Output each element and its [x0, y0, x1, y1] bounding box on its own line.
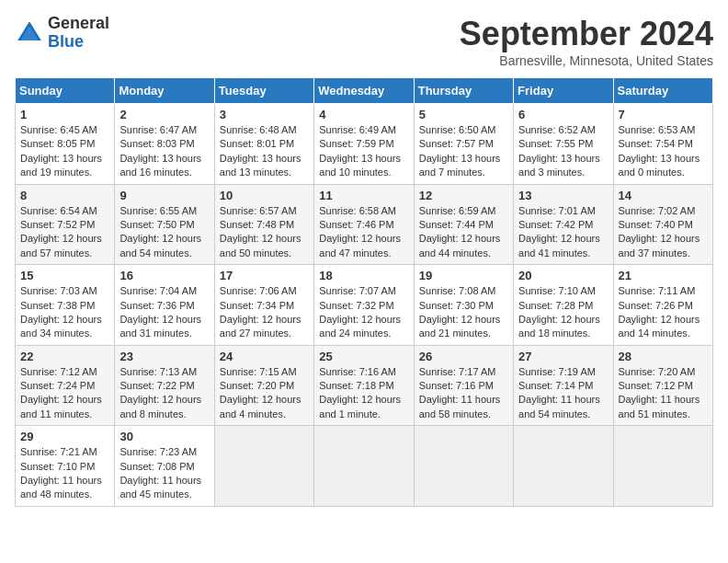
day-info: Sunrise: 6:54 AMSunset: 7:52 PMDaylight:…: [20, 204, 109, 261]
day-info: Sunrise: 7:13 AMSunset: 7:22 PMDaylight:…: [119, 365, 209, 422]
month-title: September 2024: [460, 15, 713, 53]
day-info: Sunrise: 6:48 AMSunset: 8:01 PMDaylight:…: [220, 123, 309, 180]
day-info: Sunrise: 6:59 AMSunset: 7:44 PMDaylight:…: [419, 204, 508, 261]
calendar-cell: 4Sunrise: 6:49 AMSunset: 7:59 PMDaylight…: [314, 104, 414, 185]
calendar-cell: 20Sunrise: 7:10 AMSunset: 7:28 PMDayligh…: [514, 265, 613, 346]
day-info: Sunrise: 7:04 AMSunset: 7:36 PMDaylight:…: [119, 284, 209, 341]
calendar-cell: 10Sunrise: 6:57 AMSunset: 7:48 PMDayligh…: [214, 184, 313, 265]
calendar-cell: 24Sunrise: 7:15 AMSunset: 7:20 PMDayligh…: [214, 345, 313, 426]
location: Barnesville, Minnesota, United States: [460, 53, 713, 68]
day-number: 26: [419, 350, 508, 363]
day-number: 7: [619, 108, 708, 121]
day-number: 2: [119, 108, 209, 121]
day-number: 18: [319, 269, 408, 282]
day-number: 30: [119, 430, 209, 443]
day-info: Sunrise: 7:10 AMSunset: 7:28 PMDaylight:…: [518, 284, 608, 341]
day-number: 5: [419, 108, 508, 121]
calendar-cell: 27Sunrise: 7:19 AMSunset: 7:14 PMDayligh…: [514, 345, 613, 426]
calendar-cell: 5Sunrise: 6:50 AMSunset: 7:57 PMDaylight…: [414, 104, 513, 185]
calendar-cell: 9Sunrise: 6:55 AMSunset: 7:50 PMDaylight…: [115, 184, 214, 265]
day-info: Sunrise: 6:47 AMSunset: 8:03 PMDaylight:…: [119, 123, 209, 180]
day-info: Sunrise: 7:15 AMSunset: 7:20 PMDaylight:…: [220, 365, 309, 422]
day-number: 24: [220, 350, 309, 363]
calendar-cell: 28Sunrise: 7:20 AMSunset: 7:12 PMDayligh…: [613, 345, 712, 426]
calendar-cell: 12Sunrise: 6:59 AMSunset: 7:44 PMDayligh…: [414, 184, 513, 265]
calendar-cell: 26Sunrise: 7:17 AMSunset: 7:16 PMDayligh…: [414, 345, 513, 426]
calendar-cell: 14Sunrise: 7:02 AMSunset: 7:40 PMDayligh…: [613, 184, 712, 265]
day-number: 10: [220, 189, 309, 202]
calendar-cell: 13Sunrise: 7:01 AMSunset: 7:42 PMDayligh…: [514, 184, 613, 265]
day-number: 16: [119, 269, 209, 282]
day-info: Sunrise: 7:11 AMSunset: 7:26 PMDaylight:…: [619, 284, 708, 341]
calendar-cell: 29Sunrise: 7:21 AMSunset: 7:10 PMDayligh…: [16, 426, 115, 507]
day-number: 14: [619, 189, 708, 202]
calendar-cell: 22Sunrise: 7:12 AMSunset: 7:24 PMDayligh…: [16, 345, 115, 426]
day-number: 12: [419, 189, 508, 202]
weekday-header-saturday: Saturday: [613, 78, 712, 104]
calendar-week-row: 1Sunrise: 6:45 AMSunset: 8:05 PMDaylight…: [16, 104, 713, 185]
weekday-header-friday: Friday: [514, 78, 613, 104]
day-number: 11: [319, 189, 408, 202]
calendar-week-row: 29Sunrise: 7:21 AMSunset: 7:10 PMDayligh…: [16, 426, 713, 507]
day-info: Sunrise: 6:50 AMSunset: 7:57 PMDaylight:…: [419, 123, 508, 180]
calendar-cell: 18Sunrise: 7:07 AMSunset: 7:32 PMDayligh…: [314, 265, 414, 346]
day-number: 13: [518, 189, 608, 202]
calendar-cell: 7Sunrise: 6:53 AMSunset: 7:54 PMDaylight…: [613, 104, 712, 185]
calendar-cell: 15Sunrise: 7:03 AMSunset: 7:38 PMDayligh…: [16, 265, 115, 346]
calendar-cell: 21Sunrise: 7:11 AMSunset: 7:26 PMDayligh…: [613, 265, 712, 346]
day-number: 6: [518, 108, 608, 121]
day-number: 23: [119, 350, 209, 363]
day-info: Sunrise: 7:08 AMSunset: 7:30 PMDaylight:…: [419, 284, 508, 341]
day-info: Sunrise: 7:20 AMSunset: 7:12 PMDaylight:…: [619, 365, 708, 422]
day-info: Sunrise: 7:19 AMSunset: 7:14 PMDaylight:…: [518, 365, 608, 422]
calendar-cell: 11Sunrise: 6:58 AMSunset: 7:46 PMDayligh…: [314, 184, 414, 265]
weekday-header-sunday: Sunday: [16, 78, 115, 104]
day-info: Sunrise: 7:06 AMSunset: 7:34 PMDaylight:…: [220, 284, 309, 341]
calendar-cell: 2Sunrise: 6:47 AMSunset: 8:03 PMDaylight…: [115, 104, 214, 185]
day-number: 17: [220, 269, 309, 282]
day-info: Sunrise: 7:21 AMSunset: 7:10 PMDaylight:…: [20, 445, 109, 502]
weekday-header-tuesday: Tuesday: [214, 78, 313, 104]
calendar-cell: 30Sunrise: 7:23 AMSunset: 7:08 PMDayligh…: [115, 426, 214, 507]
calendar-table: SundayMondayTuesdayWednesdayThursdayFrid…: [15, 77, 713, 507]
calendar-cell: [214, 426, 313, 507]
calendar-cell: 6Sunrise: 6:52 AMSunset: 7:55 PMDaylight…: [514, 104, 613, 185]
weekday-header-monday: Monday: [115, 78, 214, 104]
day-number: 22: [20, 350, 109, 363]
day-info: Sunrise: 7:17 AMSunset: 7:16 PMDaylight:…: [419, 365, 508, 422]
logo: General Blue: [15, 15, 109, 52]
calendar-cell: [613, 426, 712, 507]
calendar-week-row: 8Sunrise: 6:54 AMSunset: 7:52 PMDaylight…: [16, 184, 713, 265]
day-number: 19: [419, 269, 508, 282]
calendar-cell: 25Sunrise: 7:16 AMSunset: 7:18 PMDayligh…: [314, 345, 414, 426]
day-number: 3: [220, 108, 309, 121]
day-number: 29: [20, 430, 109, 443]
day-info: Sunrise: 6:53 AMSunset: 7:54 PMDaylight:…: [619, 123, 708, 180]
day-number: 8: [20, 189, 109, 202]
logo-blue: Blue: [48, 32, 84, 51]
title-area: September 2024 Barnesville, Minnesota, U…: [460, 15, 713, 68]
calendar-cell: 17Sunrise: 7:06 AMSunset: 7:34 PMDayligh…: [214, 265, 313, 346]
weekday-header-wednesday: Wednesday: [314, 78, 414, 104]
day-info: Sunrise: 7:12 AMSunset: 7:24 PMDaylight:…: [20, 365, 109, 422]
day-info: Sunrise: 6:45 AMSunset: 8:05 PMDaylight:…: [20, 123, 109, 180]
calendar-cell: [514, 426, 613, 507]
day-info: Sunrise: 7:16 AMSunset: 7:18 PMDaylight:…: [319, 365, 408, 422]
day-info: Sunrise: 7:03 AMSunset: 7:38 PMDaylight:…: [20, 284, 109, 341]
logo-icon: [15, 18, 44, 48]
weekday-header-thursday: Thursday: [414, 78, 513, 104]
day-number: 1: [20, 108, 109, 121]
calendar-cell: 16Sunrise: 7:04 AMSunset: 7:36 PMDayligh…: [115, 265, 214, 346]
day-info: Sunrise: 6:55 AMSunset: 7:50 PMDaylight:…: [119, 204, 209, 261]
calendar-cell: 23Sunrise: 7:13 AMSunset: 7:22 PMDayligh…: [115, 345, 214, 426]
weekday-header-row: SundayMondayTuesdayWednesdayThursdayFrid…: [16, 78, 713, 104]
day-info: Sunrise: 7:01 AMSunset: 7:42 PMDaylight:…: [518, 204, 608, 261]
day-number: 9: [119, 189, 209, 202]
day-info: Sunrise: 7:02 AMSunset: 7:40 PMDaylight:…: [619, 204, 708, 261]
day-number: 20: [518, 269, 608, 282]
day-info: Sunrise: 6:57 AMSunset: 7:48 PMDaylight:…: [220, 204, 309, 261]
day-number: 25: [319, 350, 408, 363]
logo-general: General: [48, 14, 109, 32]
day-info: Sunrise: 6:52 AMSunset: 7:55 PMDaylight:…: [518, 123, 608, 180]
day-number: 27: [518, 350, 608, 363]
